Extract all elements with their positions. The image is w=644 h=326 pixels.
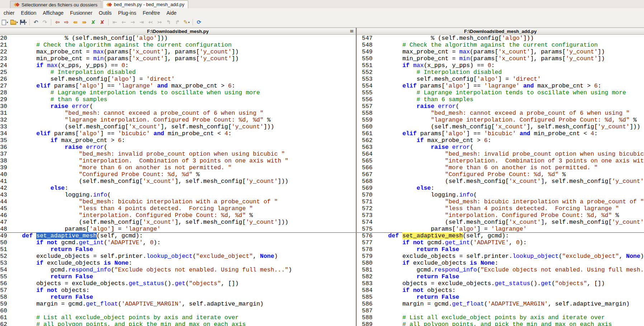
delete-right-button[interactable]: ✘ xyxy=(98,18,106,27)
next-difference-button[interactable]: → xyxy=(128,18,137,27)
code-line[interactable]: 561 # List all exclude_object points by … xyxy=(0,314,356,321)
menu-item-fusionner[interactable]: Fusionner xyxy=(67,9,95,17)
code-line[interactable]: 586 margin = gcmd.get_float('ADAPTIVE_MA… xyxy=(357,301,644,307)
redo-button[interactable]: ↷ xyxy=(41,18,49,27)
left-pane-header[interactable]: F:\Downloads\bed_mesh.py ≡ xyxy=(0,28,356,35)
code-line[interactable]: 574 (self.mesh_config['x_count'], self.m… xyxy=(357,219,644,226)
code-line[interactable]: 562 if max_probe_cnt > 6: xyxy=(357,137,644,144)
previous-difference-button[interactable]: ← xyxy=(119,18,128,27)
code-line[interactable]: 521 # Check the algorithm against the cu… xyxy=(0,42,356,48)
copy-all-to-right-button[interactable]: ⇛ xyxy=(80,18,89,27)
code-line[interactable]: 560 (self.mesh_config['x_count'], self.m… xyxy=(357,123,644,130)
code-line[interactable]: 549 max_probe_cnt = max(params['x_count'… xyxy=(357,48,644,55)
code-line[interactable]: 589 # all polygon points, and pick the m… xyxy=(357,321,644,326)
code-line[interactable]: 562 # all polygon points, and pick the m… xyxy=(0,321,356,326)
next-inline-difference-button[interactable]: ↱ xyxy=(173,18,182,27)
code-line[interactable]: 564 "bed_mesh: invalid probe_count optio… xyxy=(357,151,644,157)
code-line[interactable]: 556 # than 6 samples xyxy=(357,96,644,103)
refresh-button[interactable]: ⟳ xyxy=(195,18,203,27)
previous-conflict-button[interactable]: ↢ xyxy=(146,18,155,27)
code-line[interactable]: 550 min_probe_cnt = min(params['x_count'… xyxy=(357,55,644,62)
code-line[interactable]: 522 max_probe_cnt = max(params['x_count'… xyxy=(0,48,356,55)
copy-to-right-button[interactable]: ⇨ xyxy=(62,18,71,27)
code-line[interactable]: 575 params['algo'] = 'lagrange' xyxy=(357,226,644,232)
code-line[interactable]: 532 "lagrange interpolation. Configured … xyxy=(0,117,356,123)
code-line[interactable]: 558 "bed_mesh: cannot exceed a probe_cou… xyxy=(357,110,644,117)
menu-item-fenêtre[interactable]: Fenêtre xyxy=(139,9,163,17)
code-line[interactable]: 538 "interpolation. Combination of 3 poi… xyxy=(0,157,356,164)
code-line[interactable]: 566 "more than 6 on another is not permi… xyxy=(357,164,644,171)
code-line[interactable]: 567 "Configured Probe Count: %d, %d" % xyxy=(357,171,644,178)
code-line[interactable]: 551 return False xyxy=(0,246,356,253)
right-code-pane[interactable]: 547 % (self.mesh_config['algo']))548 # C… xyxy=(357,35,644,326)
code-line[interactable]: 561 elif params['algo'] == 'bicubic' and… xyxy=(357,130,644,137)
code-line[interactable]: 555 return False xyxy=(0,273,356,280)
menu-item-outils[interactable]: Outils xyxy=(96,9,115,17)
code-line[interactable]: 541 (self.mesh_config['x_count'], self.m… xyxy=(0,178,356,185)
code-line[interactable]: 550 if not gcmd.get_int('ADAPTIVE', 0): xyxy=(0,239,356,246)
code-line[interactable]: 527 elif params['algo'] == 'lagrange' an… xyxy=(0,82,356,89)
code-line[interactable]: 525 # Interpolation disabled xyxy=(0,69,356,76)
menu-item-aide[interactable]: Aide xyxy=(163,9,180,17)
open-button[interactable]: ▾ xyxy=(10,18,19,27)
code-line[interactable]: 554 gcmd.respond_info("Exclude objects n… xyxy=(0,266,356,273)
code-line[interactable]: 533 (self.mesh_config['x_count'], self.m… xyxy=(0,123,356,130)
code-line[interactable]: 534 elif params['algo'] == 'bicubic' and… xyxy=(0,130,356,137)
menu-item-edition[interactable]: Edition xyxy=(18,9,39,17)
copy-all-to-left-button[interactable]: ⇚ xyxy=(71,18,80,27)
code-line[interactable]: 578 return False xyxy=(357,246,644,253)
code-line[interactable]: 560 xyxy=(0,307,356,314)
code-line[interactable]: 523 min_probe_cnt = min(params['x_count'… xyxy=(0,55,356,62)
menu-item-chier[interactable]: chier xyxy=(0,9,18,17)
first-difference-button[interactable]: ⇤ xyxy=(110,18,119,27)
code-line[interactable]: 536 raise error( xyxy=(0,144,356,151)
code-line[interactable]: 557 if not objects: xyxy=(0,287,356,294)
code-line[interactable]: 544 "bed_mesh: bicubic interpolation wit… xyxy=(0,198,356,205)
code-line[interactable]: 582 return False xyxy=(357,273,644,280)
code-line[interactable]: 563 raise error( xyxy=(357,144,644,151)
code-line[interactable]: 552 exclude_objects = self.printer.looku… xyxy=(0,253,356,260)
code-line[interactable]: 554 elif params['algo'] == 'lagrange' an… xyxy=(357,82,644,89)
undo-button[interactable]: ↶ xyxy=(32,18,40,27)
code-line[interactable]: 529 # than 6 samples xyxy=(0,96,356,103)
code-line[interactable]: 537 "bed_mesh: invalid probe_count optio… xyxy=(0,151,356,157)
code-line[interactable]: 545 "less than 4 points detected. Forcin… xyxy=(0,205,356,212)
code-line[interactable]: 549 def set_adaptive_mesh(self, gcmd): xyxy=(0,232,356,239)
code-line[interactable]: 568 (self.mesh_config['x_count'], self.m… xyxy=(357,178,644,185)
pane-menu-icon[interactable]: ≡ xyxy=(350,28,354,34)
code-line[interactable]: 583 objects = exclude_objects.get_status… xyxy=(357,280,644,287)
code-line[interactable]: 535 if max_probe_cnt > 6: xyxy=(0,137,356,144)
code-line[interactable]: 557 raise error( xyxy=(357,103,644,110)
code-line[interactable]: 581 gcmd.respond_info("Exclude objects n… xyxy=(357,266,644,273)
tab-file-compare[interactable]: bed_mesh.py - bed_mesh_add.py xyxy=(103,0,189,8)
code-line[interactable]: 579 exclude_objects = self.printer.looku… xyxy=(357,253,644,260)
code-line[interactable]: 556 objects = exclude_objects.get_status… xyxy=(0,280,356,287)
code-line[interactable]: 530 raise error( xyxy=(0,103,356,110)
code-line[interactable]: 559 margin = gcmd.get_float('ADAPTIVE_MA… xyxy=(0,301,356,307)
code-line[interactable]: 553 if exclude_objects is None: xyxy=(0,260,356,266)
code-line[interactable]: 577 if not gcmd.get_int('ADAPTIVE', 0): xyxy=(357,239,644,246)
code-line[interactable]: 585 return False xyxy=(357,294,644,301)
delete-left-button[interactable]: ✘ xyxy=(89,18,98,27)
code-line[interactable]: 531 "bed_mesh: cannot exceed a probe_cou… xyxy=(0,110,356,117)
highlight-button[interactable]: ✎▾ xyxy=(182,18,191,27)
code-line[interactable]: 528 # Lagrange interpolation tends to os… xyxy=(0,89,356,96)
code-line[interactable]: 526 self.mesh_config['algo'] = 'direct' xyxy=(0,76,356,82)
code-line[interactable]: 520 % (self.mesh_config['algo'])) xyxy=(0,35,356,42)
code-line[interactable]: 548 params['algo'] = 'lagrange' xyxy=(0,226,356,232)
previous-inline-difference-button[interactable]: ↰ xyxy=(164,18,173,27)
code-line[interactable]: 551 if max(x_pps, y_pps) == 0: xyxy=(357,62,644,69)
code-line[interactable]: 539 "more than 6 on another is not permi… xyxy=(0,164,356,171)
code-line[interactable]: 547 % (self.mesh_config['algo'])) xyxy=(357,35,644,42)
code-line[interactable]: 588 # List all exclude_object points by … xyxy=(357,314,644,321)
code-line[interactable]: 587 xyxy=(357,307,644,314)
code-line[interactable]: 565 "interpolation. Combination of 3 poi… xyxy=(357,157,644,164)
code-line[interactable]: 546 "interpolation. Configured Probe Cou… xyxy=(0,212,356,219)
last-difference-button[interactable]: ⇥ xyxy=(137,18,146,27)
menu-item-plug-ins[interactable]: Plug-ins xyxy=(115,9,139,17)
code-line[interactable]: 559 "lagrange interpolation. Configured … xyxy=(357,117,644,123)
code-line[interactable]: 580 if exclude_objects is None: xyxy=(357,260,644,266)
code-line[interactable]: 555 # Lagrange interpolation tends to os… xyxy=(357,89,644,96)
code-line[interactable]: 552 # Interpolation disabled xyxy=(357,69,644,76)
save-button[interactable]: ▾ xyxy=(19,18,28,27)
